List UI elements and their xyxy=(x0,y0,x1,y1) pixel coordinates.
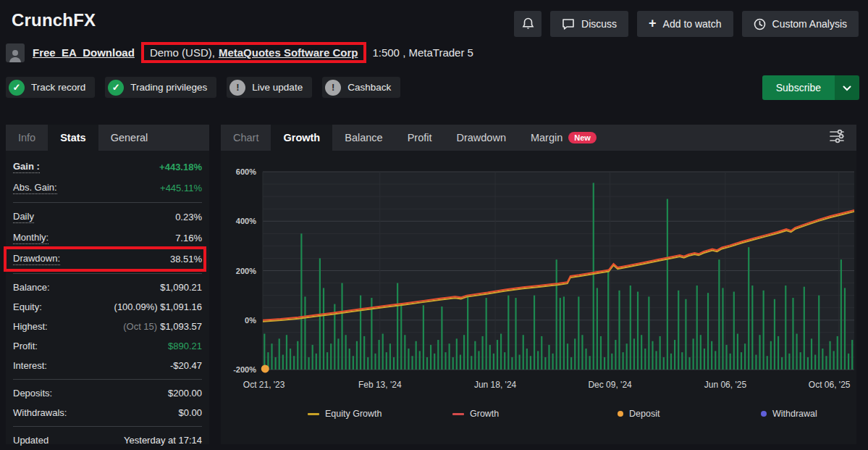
svg-text:Feb 13, '24: Feb 13, '24 xyxy=(358,380,402,390)
balance-value: $1,090.21 xyxy=(160,282,202,293)
exclamation-icon: ! xyxy=(325,80,341,96)
deposit-dot-swatch xyxy=(618,411,623,417)
balance-label: Balance: xyxy=(13,282,50,293)
stats-list: Gain : +443.18% Abs. Gain: +445.11% Dail… xyxy=(6,151,209,450)
stat-row-deposits: Deposits: $200.00 xyxy=(13,383,202,403)
speech-bubble-icon xyxy=(562,18,575,30)
trading-privileges-label: Trading privileges xyxy=(130,82,207,93)
interest-label: Interest: xyxy=(13,360,47,371)
stat-row-daily: Daily 0.23% xyxy=(13,207,202,228)
tab-balance[interactable]: Balance xyxy=(332,125,395,151)
stat-row-updated: Updated Yesterday at 17:14 xyxy=(13,430,202,450)
equity-growth-line-swatch xyxy=(308,413,319,415)
chart-legend: Equity Growth Growth Deposit Withdrawal xyxy=(263,409,854,423)
stat-row-drawdown: Drawdown: 38.51% xyxy=(13,249,202,270)
legend-equity-growth[interactable]: Equity Growth xyxy=(308,409,382,419)
svg-text:0%: 0% xyxy=(245,316,256,325)
drawdown-label: Drawdown: xyxy=(13,253,60,265)
tab-chart[interactable]: Chart xyxy=(221,125,271,151)
equity-label: Equity: xyxy=(13,301,42,312)
svg-text:Dec 09, '24: Dec 09, '24 xyxy=(588,380,632,390)
add-to-watch-button[interactable]: + Add to watch xyxy=(637,11,733,37)
account-username-link[interactable]: Free_EA_Download xyxy=(33,46,135,59)
legend-label: Deposit xyxy=(629,409,660,419)
stat-row-interest: Interest: -$20.47 xyxy=(13,356,202,375)
divider xyxy=(13,426,202,427)
tab-drawdown[interactable]: Drawdown xyxy=(444,125,518,151)
svg-text:-200%: -200% xyxy=(233,365,256,374)
tab-general[interactable]: General xyxy=(98,125,161,151)
cashback-badge[interactable]: ! Cashback xyxy=(322,77,400,98)
subscribe-dropdown-toggle[interactable] xyxy=(835,75,859,100)
legend-growth[interactable]: Growth xyxy=(452,409,499,419)
tab-info[interactable]: Info xyxy=(6,125,48,151)
discuss-label: Discuss xyxy=(581,18,617,30)
drawdown-value: 38.51% xyxy=(170,254,202,264)
tab-growth[interactable]: Growth xyxy=(271,125,332,151)
new-badge: New xyxy=(568,132,597,143)
stat-row-monthly: Monthly: 7.16% xyxy=(13,228,202,249)
divider xyxy=(13,379,202,380)
check-icon: ✓ xyxy=(9,80,25,96)
trading-privileges-badge[interactable]: ✓ Trading privileges xyxy=(105,77,216,98)
highest-value: (Oct 15)$1,093.57 xyxy=(123,321,202,332)
live-update-label: Live update xyxy=(252,82,303,93)
profit-label: Profit: xyxy=(13,341,38,351)
svg-text:200%: 200% xyxy=(236,267,256,275)
notifications-button[interactable] xyxy=(514,11,542,37)
discuss-button[interactable]: Discuss xyxy=(550,11,628,37)
account-type-label: Demo (USD), xyxy=(150,46,215,59)
tab-stats[interactable]: Stats xyxy=(48,125,98,151)
gain-value: +443.18% xyxy=(159,162,202,172)
broker-highlight-box: Demo (USD), MetaQuotes Software Corp xyxy=(141,42,367,63)
growth-line-swatch xyxy=(452,413,464,415)
avatar[interactable] xyxy=(6,43,25,62)
updated-label: Updated xyxy=(13,435,49,446)
deposits-value: $200.00 xyxy=(168,388,202,399)
withdrawal-dot-swatch xyxy=(761,411,767,417)
stat-row-profit: Profit: $890.21 xyxy=(13,336,202,356)
updated-value: Yesterday at 17:14 xyxy=(124,435,202,446)
app-logo: CrunchFX xyxy=(12,10,96,30)
live-update-badge[interactable]: ! Live update xyxy=(227,77,312,98)
legend-deposit[interactable]: Deposit xyxy=(618,409,660,419)
chart-panel-tabs: Chart Growth Balance Profit Drawdown Mar… xyxy=(221,125,856,151)
legend-label: Equity Growth xyxy=(325,409,382,419)
tab-profit[interactable]: Profit xyxy=(395,125,444,151)
gain-label: Gain : xyxy=(13,161,40,173)
subscribe-button[interactable]: Subscribe xyxy=(762,75,859,100)
growth-chart[interactable]: 600%400%200%0%-200%Oct 21, '23Feb 13, '2… xyxy=(221,151,856,394)
equity-value: (100.09%) $1,091.16 xyxy=(114,301,202,312)
subscribe-label[interactable]: Subscribe xyxy=(762,75,835,100)
legend-withdrawal[interactable]: Withdrawal xyxy=(761,409,817,419)
chevron-down-icon xyxy=(843,81,851,94)
chart-settings-button[interactable] xyxy=(817,125,856,151)
svg-text:Jun 06, '25: Jun 06, '25 xyxy=(704,380,747,390)
stat-row-balance: Balance: $1,090.21 xyxy=(13,278,202,297)
verification-badges: ✓ Track record ✓ Trading privileges ! Li… xyxy=(6,77,400,98)
withdrawals-value: $0.00 xyxy=(178,407,202,418)
tab-margin[interactable]: Margin New xyxy=(518,125,609,151)
clock-icon xyxy=(754,18,766,30)
sliders-icon xyxy=(829,129,845,146)
svg-text:600%: 600% xyxy=(236,167,256,176)
svg-text:Oct 06, '25: Oct 06, '25 xyxy=(809,380,851,390)
track-record-badge[interactable]: ✓ Track record xyxy=(6,77,95,98)
daily-value: 0.23% xyxy=(175,212,202,222)
custom-analysis-button[interactable]: Custom Analysis xyxy=(742,11,859,37)
monthly-label: Monthly: xyxy=(13,232,49,244)
check-icon: ✓ xyxy=(108,80,124,96)
header-actions: Discuss + Add to watch Custom Analysis xyxy=(514,11,859,37)
stats-panel-tabs: Info Stats General xyxy=(6,125,209,151)
divider xyxy=(13,273,202,274)
svg-text:Oct 21, '23: Oct 21, '23 xyxy=(243,380,285,390)
broker-link[interactable]: MetaQuotes Software Corp xyxy=(219,46,358,59)
abs-gain-value: +445.11% xyxy=(160,183,202,193)
stat-row-abs-gain: Abs. Gain: +445.11% xyxy=(13,178,202,199)
svg-text:400%: 400% xyxy=(236,217,256,225)
track-record-label: Track record xyxy=(31,82,85,93)
svg-text:Jun 18, '24: Jun 18, '24 xyxy=(474,380,517,390)
cashback-label: Cashback xyxy=(347,82,391,93)
interest-value: -$20.47 xyxy=(170,360,202,371)
legend-label: Growth xyxy=(470,409,499,419)
